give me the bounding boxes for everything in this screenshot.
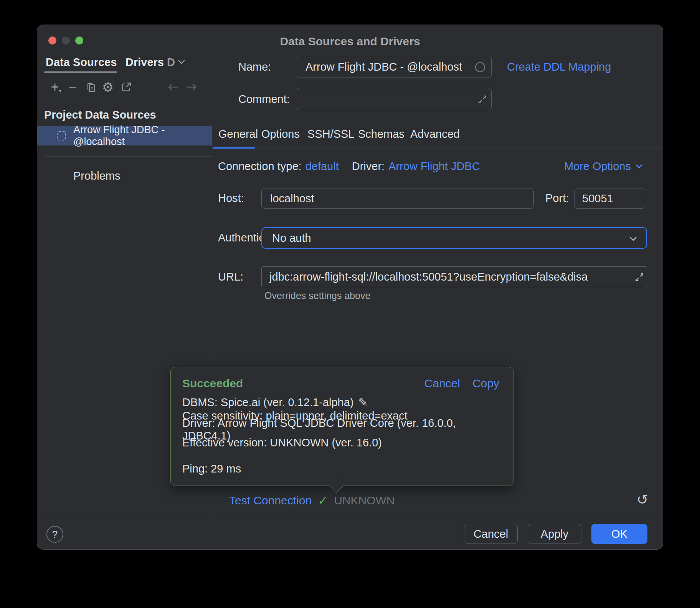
popup-dbms-text: DBMS: Spice.ai (ver. 0.12.1-alpha) bbox=[182, 396, 353, 409]
tab-schemas[interactable]: Schemas bbox=[358, 126, 404, 142]
expand-icon[interactable] bbox=[634, 272, 644, 282]
copy-icon bbox=[85, 81, 97, 93]
port-input[interactable]: 50051 bbox=[574, 188, 645, 209]
host-value: localhost bbox=[270, 192, 314, 205]
url-label: URL: bbox=[218, 268, 243, 285]
export-button[interactable] bbox=[118, 79, 135, 96]
comment-input[interactable] bbox=[297, 88, 492, 110]
tab-data-sources[interactable]: Data Sources bbox=[46, 54, 117, 70]
chevron-down-icon bbox=[635, 164, 643, 169]
ok-button[interactable]: OK bbox=[591, 524, 647, 544]
cancel-button[interactable]: Cancel bbox=[464, 524, 518, 544]
name-value: Arrow Flight JDBC - @localhost bbox=[305, 61, 462, 73]
data-source-icon bbox=[57, 131, 66, 140]
sidebar-item-label: Arrow Flight JDBC - @localhost bbox=[73, 124, 212, 148]
apply-button[interactable]: Apply bbox=[528, 524, 581, 544]
name-input[interactable]: Arrow Flight JDBC - @localhost bbox=[297, 56, 492, 78]
tabs-divider bbox=[212, 149, 663, 149]
tab-ssh-ssl[interactable]: SSH/SSL bbox=[307, 126, 355, 142]
popup-copy-link[interactable]: Copy bbox=[472, 377, 499, 390]
authentication-select[interactable]: No auth bbox=[261, 227, 647, 249]
chevron-down-icon[interactable] bbox=[177, 59, 186, 65]
minus-icon: − bbox=[68, 79, 76, 95]
more-options-button[interactable]: More Options bbox=[564, 158, 643, 175]
popup-ping-line: Ping: 29 ms bbox=[182, 462, 502, 476]
tab-overflow[interactable]: D bbox=[167, 54, 175, 70]
check-icon: ✓ bbox=[318, 494, 328, 508]
gear-icon: ⚙ bbox=[102, 79, 114, 95]
sidebar-divider-line bbox=[45, 156, 212, 157]
url-input[interactable]: jdbc:arrow-flight-sql://localhost:50051?… bbox=[261, 266, 647, 287]
revert-button[interactable]: ↺ bbox=[637, 491, 648, 508]
sidebar-item-arrow-flight[interactable]: Arrow Flight JDBC - @localhost bbox=[37, 126, 212, 145]
popup-dbms-line: DBMS: Spice.ai (ver. 0.12.1-alpha) ✎ bbox=[182, 396, 502, 409]
port-value: 50051 bbox=[582, 192, 613, 205]
help-button[interactable]: ? bbox=[46, 526, 63, 543]
authentication-value: No auth bbox=[272, 232, 311, 245]
test-connection-popup: Succeeded Cancel Copy DBMS: Spice.ai (ve… bbox=[170, 367, 513, 486]
undo-icon: ↺ bbox=[637, 492, 648, 508]
sidebar-item-problems[interactable]: Problems bbox=[73, 167, 121, 184]
back-button[interactable] bbox=[165, 79, 182, 96]
host-input[interactable]: localhost bbox=[261, 188, 534, 209]
connection-type-label: Connection type: bbox=[218, 160, 302, 173]
host-label: Host: bbox=[218, 190, 244, 207]
footer-divider bbox=[37, 517, 663, 517]
data-sources-dialog: Data Sources and Drivers Data Sources Dr… bbox=[37, 25, 663, 550]
create-ddl-mapping-link[interactable]: Create DDL Mapping bbox=[507, 58, 611, 75]
expand-icon[interactable] bbox=[477, 94, 487, 104]
connection-status: UNKNOWN bbox=[334, 494, 395, 507]
active-tab-underline bbox=[44, 71, 117, 73]
plus-dropdown-arrow bbox=[59, 90, 61, 93]
tab-general[interactable]: General bbox=[218, 126, 258, 142]
port-label: Port: bbox=[545, 190, 569, 207]
popup-blank-line bbox=[182, 449, 502, 462]
comment-label: Comment: bbox=[238, 91, 290, 107]
window-title: Data Sources and Drivers bbox=[37, 35, 663, 48]
chevron-down-icon bbox=[629, 236, 638, 242]
driver-label: Driver: bbox=[352, 160, 385, 173]
back-arrow-icon bbox=[167, 82, 179, 92]
more-options-label: More Options bbox=[564, 160, 631, 173]
question-icon: ? bbox=[52, 529, 58, 540]
popup-cancel-link[interactable]: Cancel bbox=[424, 377, 460, 390]
duplicate-button[interactable] bbox=[83, 79, 99, 96]
progress-ring-icon bbox=[474, 61, 486, 73]
test-connection-link[interactable]: Test Connection bbox=[229, 494, 312, 507]
settings-button[interactable]: ⚙ bbox=[99, 79, 116, 96]
create-ddl-mapping-label: Create DDL Mapping bbox=[507, 61, 611, 73]
tab-options[interactable]: Options bbox=[261, 126, 300, 142]
remove-button[interactable]: − bbox=[64, 79, 81, 96]
plus-icon: + bbox=[51, 79, 59, 95]
popup-driver-line: Driver: Arrow Flight SQL JDBC Driver Cor… bbox=[182, 423, 502, 436]
export-icon bbox=[120, 81, 132, 93]
popup-notch bbox=[329, 478, 343, 493]
forward-arrow-icon bbox=[185, 82, 198, 92]
sidebar-section-title: Project Data Sources bbox=[44, 106, 156, 123]
url-value: jdbc:arrow-flight-sql://localhost:50051?… bbox=[269, 271, 628, 283]
add-data-source-button[interactable]: + bbox=[46, 79, 63, 96]
name-label: Name: bbox=[238, 58, 271, 75]
driver-link[interactable]: Arrow Flight JDBC bbox=[388, 160, 480, 173]
connection-type-link[interactable]: default bbox=[305, 160, 339, 173]
tab-advanced[interactable]: Advanced bbox=[410, 126, 460, 142]
url-hint: Overrides settings above bbox=[264, 290, 371, 301]
popup-status: Succeeded bbox=[182, 375, 243, 392]
edit-pencil-icon[interactable]: ✎ bbox=[358, 396, 368, 409]
tab-drivers[interactable]: Drivers bbox=[125, 54, 164, 70]
forward-button[interactable] bbox=[183, 79, 200, 96]
